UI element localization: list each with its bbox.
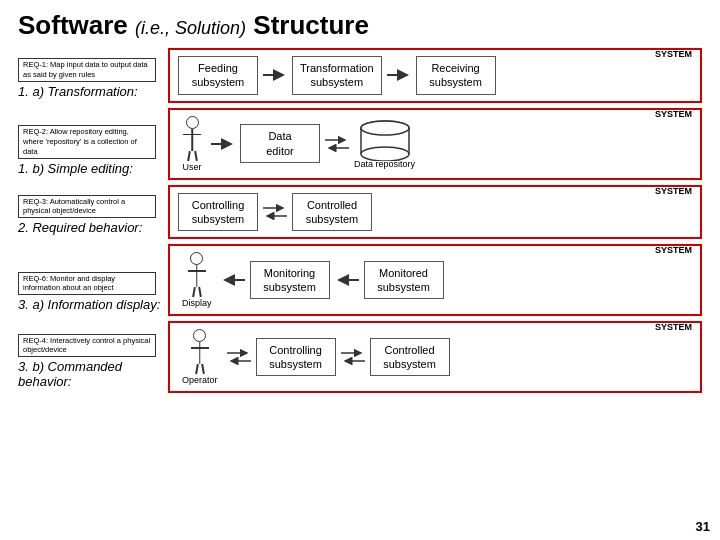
display-person-icon: Display xyxy=(182,252,212,308)
system-label-4: SYSTEM xyxy=(655,245,692,255)
svg-point-10 xyxy=(361,121,409,135)
title-suffix: Structure xyxy=(246,10,369,40)
operator-arms-line xyxy=(191,347,209,349)
arrow-user-editor xyxy=(209,136,237,152)
user-person-icon: User xyxy=(182,116,202,172)
system-box-5: SYSTEM Operator xyxy=(168,321,702,393)
person-right-leg xyxy=(194,151,197,161)
monitoring-subsystem: Monitoring subsystem xyxy=(250,261,330,300)
row-label-1: 1. a) Transformation: xyxy=(18,84,162,99)
data-editor: Data editor xyxy=(240,124,320,163)
system-box-2: SYSTEM User xyxy=(168,108,702,180)
row-editing: REQ-2: Allow repository editing, where '… xyxy=(18,108,702,180)
operator-right-leg xyxy=(201,364,204,374)
data-repository-cylinder: Data repository xyxy=(354,119,415,169)
system-box-1: SYSTEM Feeding subsystem Transformation … xyxy=(168,48,702,103)
req-badge-5: REQ-4: Interactively control a physical … xyxy=(18,334,156,358)
person-label-display: Display xyxy=(182,298,212,308)
arrow-display-monitoring xyxy=(219,272,247,288)
inner-row-5: Operator Controlling subsystem Controlle… xyxy=(178,329,692,385)
operator-legs xyxy=(196,364,204,374)
display-left-leg xyxy=(192,287,195,297)
display-body-line xyxy=(196,265,198,287)
inner-row-1: Feeding subsystem Transformation subsyst… xyxy=(178,56,692,95)
arrow-monitored-monitoring xyxy=(333,272,361,288)
title-prefix: Software xyxy=(18,10,135,40)
page: Software (i.e., Solution) Structure REQ-… xyxy=(0,0,720,540)
person-body-line xyxy=(191,129,193,151)
display-right-leg xyxy=(198,287,201,297)
row-commanded: REQ-4: Interactively control a physical … xyxy=(18,321,702,393)
controlling-subsystem-1: Controlling subsystem xyxy=(178,193,258,232)
row-transformation: REQ-1: Map input data to output data as … xyxy=(18,48,702,103)
display-person-body xyxy=(187,265,207,287)
inner-row-4: Display Monitoring subsystem Monitored s… xyxy=(178,252,692,308)
arrow-transform-receive xyxy=(385,67,413,83)
receiving-subsystem: Receiving subsystem xyxy=(416,56,496,95)
person-label-user: User xyxy=(182,162,201,172)
system-label-1: SYSTEM xyxy=(655,49,692,59)
controlled-subsystem-1: Controlled subsystem xyxy=(292,193,372,232)
title-italic: (i.e., Solution) xyxy=(135,18,246,38)
display-legs xyxy=(193,287,201,297)
bidirectional-arrows xyxy=(323,136,351,152)
person-body-arms xyxy=(182,129,202,151)
monitored-subsystem: Monitored subsystem xyxy=(364,261,444,300)
system-label-5: SYSTEM xyxy=(655,322,692,332)
label-col-2: REQ-2: Allow repository editing, where '… xyxy=(18,108,168,180)
operator-person-body xyxy=(190,342,210,364)
operator-person-head xyxy=(193,329,206,342)
system-box-4: SYSTEM Display xyxy=(168,244,702,316)
system-box-3: SYSTEM Controlling subsystem Controlled … xyxy=(168,185,702,240)
system-label-2: SYSTEM xyxy=(655,109,692,119)
cylinder-svg xyxy=(357,119,413,161)
label-col-3: REQ-3: Automatically control a physical … xyxy=(18,185,168,240)
operator-body-line xyxy=(199,342,201,364)
transformation-subsystem: Transformation subsystem xyxy=(292,56,382,95)
operator-left-leg xyxy=(195,364,198,374)
display-person-head xyxy=(190,252,203,265)
data-repository-label: Data repository xyxy=(354,159,415,169)
req-badge-3: REQ-3: Automatically control a physical … xyxy=(18,195,156,219)
system-label-3: SYSTEM xyxy=(655,186,692,196)
person-label-operator: Operator xyxy=(182,375,218,385)
person-legs xyxy=(188,151,196,161)
arrow-feed-transform xyxy=(261,67,289,83)
row-label-5: 3. b) Commanded behavior: xyxy=(18,359,162,389)
label-col-4: REQ-6: Monitor and display information a… xyxy=(18,244,168,316)
page-title: Software (i.e., Solution) Structure xyxy=(18,10,702,41)
inner-row-3: Controlling subsystem Controlled subsyst… xyxy=(178,193,692,232)
row-monitoring: REQ-6: Monitor and display information a… xyxy=(18,244,702,316)
person-arms-line xyxy=(183,134,201,136)
inner-row-2: User Data editor xyxy=(178,116,692,172)
person-left-leg xyxy=(187,151,190,161)
display-arms-line xyxy=(188,270,206,272)
controlling-arrows-2 xyxy=(339,349,367,365)
req-badge-4: REQ-6: Monitor and display information a… xyxy=(18,272,156,296)
row-label-2: 1. b) Simple editing: xyxy=(18,161,162,176)
operator-person-icon: Operator xyxy=(182,329,218,385)
label-col-5: REQ-4: Interactively control a physical … xyxy=(18,321,168,393)
page-number: 31 xyxy=(696,519,710,534)
req-badge-2: REQ-2: Allow repository editing, where '… xyxy=(18,125,156,158)
row-label-4: 3. a) Information display: xyxy=(18,297,162,312)
label-col-1: REQ-1: Map input data to output data as … xyxy=(18,48,168,103)
row-label-3: 2. Required behavior: xyxy=(18,220,162,235)
controlling-subsystem-2: Controlling subsystem xyxy=(256,338,336,377)
control-arrows xyxy=(261,204,289,220)
operator-arrows xyxy=(225,349,253,365)
req-badge-1: REQ-1: Map input data to output data as … xyxy=(18,58,156,82)
person-head xyxy=(186,116,199,129)
controlled-subsystem-2: Controlled subsystem xyxy=(370,338,450,377)
feeding-subsystem: Feeding subsystem xyxy=(178,56,258,95)
row-control: REQ-3: Automatically control a physical … xyxy=(18,185,702,240)
